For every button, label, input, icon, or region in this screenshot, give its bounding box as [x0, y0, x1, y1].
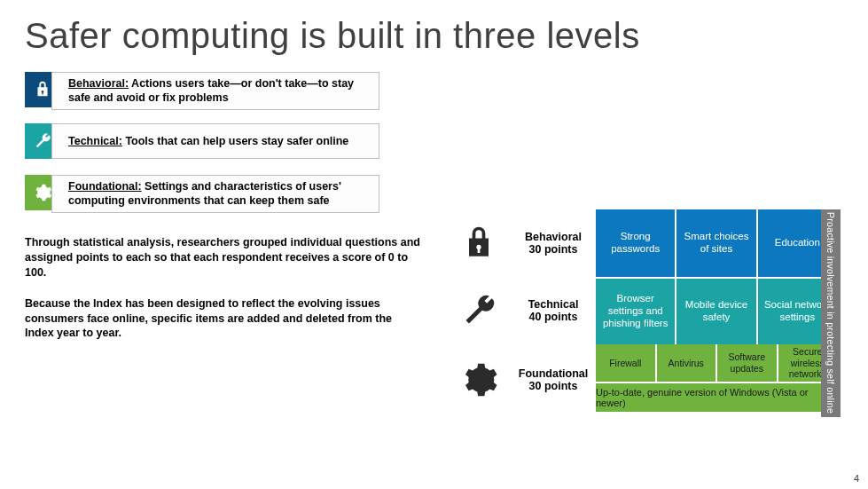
paragraph-1: Through statistical analysis, researcher…	[25, 235, 424, 280]
cell: Mobile device safety	[675, 279, 755, 344]
page-number: 4	[854, 473, 859, 484]
grid-area: Behavioral 30 points Strong passwords Sm…	[447, 209, 837, 415]
row-name: Behavioral	[525, 231, 582, 243]
legend-label: Behavioral:	[68, 77, 129, 90]
sidebar-label: Proactive involvement in protecting self…	[821, 209, 841, 417]
paragraph-2: Because the Index has been designed to r…	[25, 296, 424, 342]
row-points: 40 points	[529, 311, 578, 323]
cell: Smart choices of sites	[675, 209, 755, 277]
slide: Safer computing is built in three levels…	[0, 0, 868, 489]
row-cells: Browser settings and phishing filters Mo…	[596, 277, 837, 344]
gear-icon	[447, 344, 511, 415]
row-points: 30 points	[529, 380, 578, 392]
cell: Strong passwords	[596, 209, 675, 277]
cell: Antivirus	[655, 344, 716, 382]
legend-label: Technical:	[68, 135, 122, 147]
row-name: Technical	[528, 298, 579, 311]
row-cells: Firewall Antivirus Software updates Secu…	[596, 344, 837, 415]
page-title: Safer computing is built in three levels	[25, 16, 843, 56]
points-grid: Behavioral 30 points Strong passwords Sm…	[447, 209, 837, 415]
row-label: Foundational 30 points	[511, 344, 596, 415]
row-label: Behavioral 30 points	[511, 209, 596, 277]
grid-row-foundational: Foundational 30 points Firewall Antiviru…	[447, 344, 837, 415]
grid-row-behavioral: Behavioral 30 points Strong passwords Sm…	[447, 209, 837, 277]
legend-item-foundational: Foundational: Settings and characteristi…	[25, 171, 440, 214]
legend-item-technical: Technical: Tools that can help users sta…	[25, 120, 440, 162]
lock-icon	[447, 209, 511, 277]
cell-wide: Up-to-date, genuine version of Windows (…	[596, 382, 837, 412]
legend-text-behavioral: Behavioral: Actions users take—or don't …	[51, 72, 379, 110]
legend: Behavioral: Actions users take—or don't …	[25, 68, 440, 214]
grid-row-technical: Technical 40 points Browser settings and…	[447, 277, 837, 344]
legend-desc: Tools that can help users stay safer onl…	[125, 135, 348, 147]
cell: Software updates	[716, 344, 777, 382]
left-column: Behavioral: Actions users take—or don't …	[25, 68, 440, 341]
legend-item-behavioral: Behavioral: Actions users take—or don't …	[25, 68, 440, 111]
cell: Firewall	[596, 344, 655, 382]
row-cells: Strong passwords Smart choices of sites …	[596, 209, 837, 277]
cell: Browser settings and phishing filters	[596, 279, 675, 344]
row-points: 30 points	[529, 243, 578, 256]
wrench-icon	[447, 277, 511, 344]
row-label: Technical 40 points	[511, 277, 596, 344]
legend-text-foundational: Foundational: Settings and characteristi…	[51, 175, 379, 213]
legend-text-technical: Technical: Tools that can help users sta…	[51, 123, 379, 159]
legend-label: Foundational:	[68, 180, 142, 193]
content: Behavioral: Actions users take—or don't …	[25, 68, 843, 341]
row-name: Foundational	[519, 367, 588, 380]
